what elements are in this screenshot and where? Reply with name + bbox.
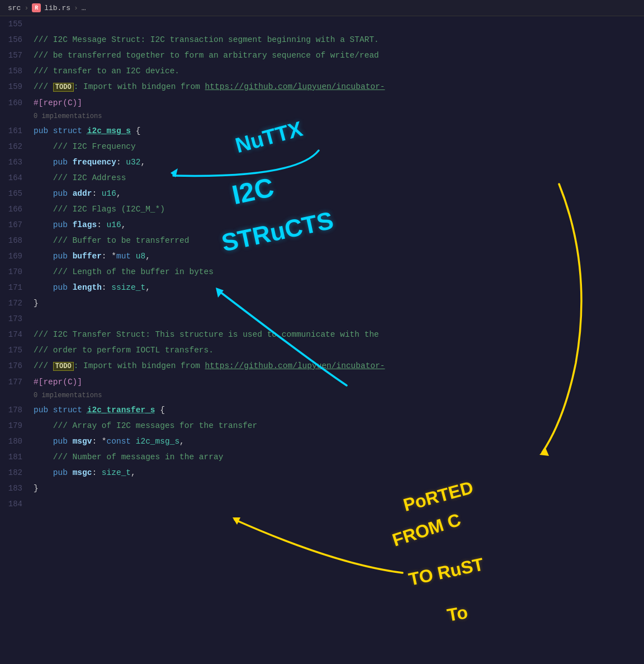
code-line-171: 171 pub length: ssize_t, [0, 280, 644, 295]
code-line-177: 177 #[repr(C)] [0, 374, 644, 390]
bc-file: lib.rs [44, 4, 70, 12]
impl-hint-2: 0 implementations [34, 390, 644, 402]
code-line-183: 183 } [0, 481, 644, 496]
code-line-162: 162 /// I2C Frequency [0, 139, 644, 154]
code-line-178: 178 pub struct i2c_transfer_s { [0, 402, 644, 418]
bc-icon: R [32, 3, 41, 12]
code-line-157: 157 /// be transferred together to form … [0, 48, 644, 63]
code-line-172: 172 } [0, 295, 644, 311]
code-line-179: 179 /// Array of I2C messages for the tr… [0, 418, 644, 434]
code-line-170: 170 /// Length of the buffer in bytes [0, 264, 644, 280]
annotation-to: To [446, 602, 470, 626]
code-line-176: 176 /// TODO: Import with bindgen from h… [0, 358, 644, 374]
code-line-163: 163 pub frequency: u32, [0, 154, 644, 170]
code-line-164: 164 /// I2C Address [0, 170, 644, 186]
code-line-173: 173 [0, 311, 644, 327]
code-line-158: 158 /// transfer to an I2C device. [0, 63, 644, 79]
code-line-182: 182 pub msgc: size_t, [0, 465, 644, 481]
code-line-159: 159 /// TODO: Import with bindgen from h… [0, 79, 644, 95]
code-line-180: 180 pub msgv: *const i2c_msg_s, [0, 434, 644, 449]
svg-marker-3 [233, 517, 240, 525]
annotation-fromc: FROM C [390, 509, 463, 550]
annotation-torust: TO RuST [407, 554, 486, 590]
code-line-181: 181 /// Number of messages in the array [0, 449, 644, 465]
code-line-169: 169 pub buffer: *mut u8, [0, 248, 644, 264]
code-line-160: 160 #[repr(C)] [0, 95, 644, 111]
code-line-174: 174 /// I2C Transfer Struct: This struct… [0, 327, 644, 342]
code-line-161: 161 pub struct i2c_msg_s { [0, 123, 644, 139]
code-line-156: 156 /// I2C Message Struct: I2C transact… [0, 32, 644, 48]
code-line-155: 155 [0, 16, 644, 32]
bc-ellipsis: … [82, 4, 86, 12]
code-line-175: 175 /// order to perform IOCTL transfers… [0, 342, 644, 358]
bc-sep-2: › [74, 4, 78, 12]
code-line-165: 165 pub addr: u16, [0, 186, 644, 201]
impl-hint-1: 0 implementations [34, 111, 644, 123]
code-container: 155 156 /// I2C Message Struct: I2C tran… [0, 16, 644, 512]
bc-src: src [8, 4, 21, 12]
code-line-184: 184 [0, 496, 644, 512]
breadcrumb-bar: src › R lib.rs › … [0, 0, 644, 16]
bc-sep-1: › [24, 4, 29, 12]
